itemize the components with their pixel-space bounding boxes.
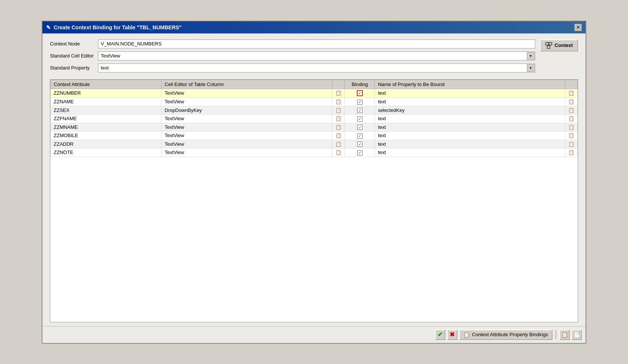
cell-property: text — [375, 115, 565, 123]
cell-binding[interactable]: ✓ — [345, 140, 375, 148]
cell-property: text — [375, 140, 565, 148]
binding-checkbox[interactable]: ✓ — [357, 100, 362, 105]
binding-checkbox[interactable]: ✓ — [357, 150, 362, 156]
standard-property-select[interactable]: text — [98, 63, 535, 72]
table-icon-btn-1[interactable]: 📋 — [559, 329, 570, 340]
context-node-input[interactable] — [98, 39, 535, 48]
cell-property-icon[interactable]: 📋 — [565, 89, 578, 98]
cell-property-icon[interactable]: 📋 — [565, 106, 578, 115]
edit-icon: ✎ — [46, 24, 51, 30]
table-body: ZZNUMBERTextView📋✓text📋ZZNAMETextView📋✓t… — [51, 89, 578, 157]
cell-binding[interactable]: ✓ — [345, 115, 375, 123]
cell-binding[interactable]: ✓ — [345, 89, 375, 98]
cancel-button[interactable]: ✖ — [447, 329, 457, 340]
cell-binding[interactable]: ✓ — [345, 123, 375, 131]
table-row: ZZMNAMETextView📋✓text📋 — [51, 123, 578, 131]
confirm-icon: ✔ — [438, 331, 442, 338]
property-doc-icon[interactable]: 📋 — [568, 124, 574, 130]
cell-editor-icon[interactable]: 📋 — [332, 140, 345, 148]
table-row: ZZNAMETextView📋✓text📋 — [51, 98, 578, 106]
table-row: ZZFNAMETextView📋✓text📋 — [51, 115, 578, 123]
doc-icon[interactable]: 📋 — [335, 107, 341, 113]
table-row: ZZSEXDropDownByKey📋✓selectedKey📋 — [51, 106, 578, 115]
binding-checkbox[interactable]: ✓ — [357, 125, 362, 130]
property-doc-icon[interactable]: 📋 — [568, 116, 574, 121]
doc-icon[interactable]: 📋 — [335, 99, 341, 104]
col-header-attribute: Context Attribute — [51, 80, 162, 89]
context-btn-icon — [545, 42, 553, 49]
table-row: ZZMOBILETextView📋✓text📋 — [51, 131, 578, 140]
table-header-row: Context Attribute Cell Editor of Table C… — [51, 80, 578, 89]
cell-editor: TextView — [162, 123, 332, 131]
binding-checkbox[interactable]: ✓ — [357, 142, 362, 147]
cell-property-icon[interactable]: 📋 — [565, 140, 578, 148]
cell-editor-icon[interactable]: 📋 — [332, 106, 345, 115]
context-node-label: Context Node — [50, 41, 94, 47]
cell-property-icon[interactable]: 📋 — [565, 115, 578, 123]
cell-attribute: ZZNAME — [51, 98, 162, 106]
doc-icon[interactable]: 📋 — [335, 133, 341, 138]
cell-property: text — [375, 89, 565, 98]
cell-property-icon[interactable]: 📋 — [565, 131, 578, 140]
cell-property-icon[interactable]: 📋 — [565, 148, 578, 157]
cell-binding[interactable]: ✓ — [345, 106, 375, 115]
cell-editor: TextView — [162, 140, 332, 148]
bindings-button[interactable]: 📋 Context Attribute Property Bindings — [459, 329, 553, 340]
standard-property-wrapper: text ▼ — [98, 63, 535, 72]
cell-editor-icon[interactable]: 📋 — [332, 123, 345, 131]
footer-bar: ✔ ✖ 📋 Context Attribute Property Binding… — [42, 326, 586, 343]
footer-separator — [556, 330, 556, 339]
cell-property-icon[interactable]: 📋 — [565, 123, 578, 131]
cell-editor-icon[interactable]: 📋 — [332, 89, 345, 98]
cell-property: text — [375, 98, 565, 106]
cell-editor-icon[interactable]: 📋 — [332, 148, 345, 157]
doc-icon[interactable]: 📋 — [335, 90, 341, 96]
cell-attribute: ZZSEX — [51, 106, 162, 115]
cell-attribute: ZZNOTE — [51, 148, 162, 157]
cell-attribute: ZZMNAME — [51, 123, 162, 131]
confirm-button[interactable]: ✔ — [435, 329, 445, 340]
bindings-btn-label: Context Attribute Property Bindings — [472, 332, 548, 337]
form-section: Context Node Context Standard Cell Edito… — [50, 39, 578, 72]
doc-icon[interactable]: 📋 — [335, 124, 341, 130]
property-doc-icon[interactable]: 📋 — [568, 90, 574, 96]
binding-checkbox[interactable]: ✓ — [357, 116, 362, 122]
cell-editor: TextView — [162, 115, 332, 123]
cell-binding[interactable]: ✓ — [345, 98, 375, 106]
dialog-title: Create Context Binding for Table "TBL_NU… — [54, 24, 181, 30]
binding-checkbox[interactable]: ✓ — [357, 108, 362, 113]
cell-property: text — [375, 131, 565, 140]
table-icon-btn-2[interactable]: 📄 — [571, 329, 582, 340]
table-row: ZZNUMBERTextView📋✓text📋 — [51, 89, 578, 98]
cell-binding[interactable]: ✓ — [345, 148, 375, 157]
cell-editor-icon[interactable]: 📋 — [332, 131, 345, 140]
doc-icon[interactable]: 📋 — [335, 150, 341, 155]
close-button[interactable]: ✕ — [574, 24, 582, 31]
cell-property: selectedKey — [375, 106, 565, 115]
property-doc-icon[interactable]: 📋 — [568, 150, 574, 155]
doc-icon[interactable]: 📋 — [335, 141, 341, 147]
standard-cell-editor-label: Standard Cell Editor — [50, 53, 94, 59]
property-doc-icon[interactable]: 📋 — [568, 133, 574, 138]
property-doc-icon[interactable]: 📋 — [568, 141, 574, 147]
svg-rect-2 — [547, 46, 550, 48]
table-icon-1: 📋 — [562, 332, 568, 338]
table-row: ZZNOTETextView📋✓text📋 — [51, 148, 578, 157]
context-button[interactable]: Context — [540, 39, 578, 51]
cell-binding[interactable]: ✓ — [345, 131, 375, 140]
property-doc-icon[interactable]: 📋 — [568, 99, 574, 104]
binding-checkbox[interactable]: ✓ — [357, 133, 362, 139]
cell-editor-icon[interactable]: 📋 — [332, 115, 345, 123]
cell-editor: TextView — [162, 89, 332, 98]
bindings-table-section: Context Attribute Cell Editor of Table C… — [50, 79, 578, 322]
context-button-cell: Context — [540, 39, 578, 51]
property-doc-icon[interactable]: 📋 — [568, 107, 574, 113]
cell-property: text — [375, 148, 565, 157]
cell-property-icon[interactable]: 📋 — [565, 98, 578, 106]
col-header-property-icon — [565, 80, 578, 89]
binding-checkbox-highlighted[interactable]: ✓ — [357, 90, 363, 96]
standard-cell-editor-select[interactable]: TextView — [98, 51, 535, 60]
cell-editor-icon[interactable]: 📋 — [332, 98, 345, 106]
cell-editor: TextView — [162, 131, 332, 140]
doc-icon[interactable]: 📋 — [335, 116, 341, 121]
